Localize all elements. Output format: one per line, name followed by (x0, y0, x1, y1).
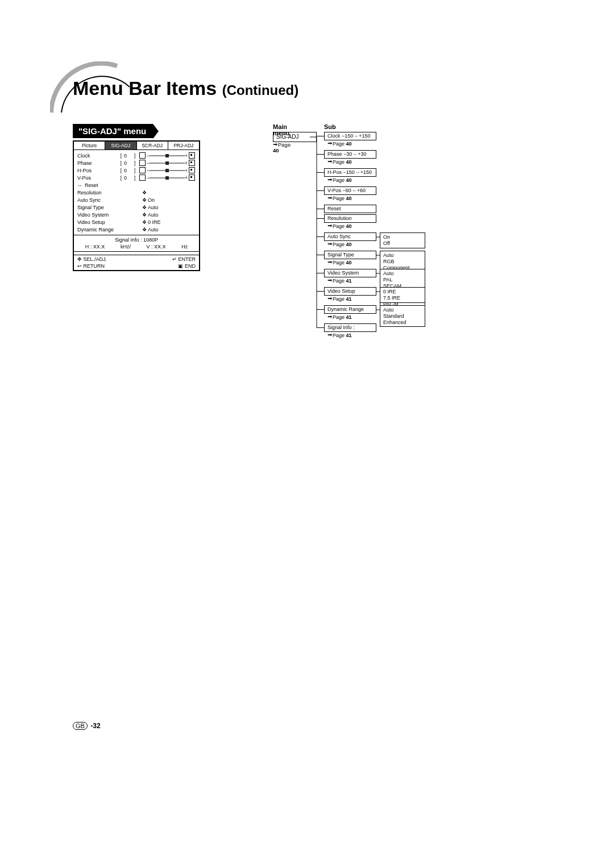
option-item: Enhanced (383, 319, 422, 326)
title-main: Menu Bar Items (73, 77, 217, 99)
page-ref: Page 40 (327, 142, 376, 147)
v-freq-unit: Hz (181, 244, 188, 250)
slider-minus-icon (138, 152, 147, 159)
end-label: END (185, 263, 196, 269)
diamond-icon (141, 190, 148, 196)
page-ref: Page 40 (327, 260, 376, 265)
range-max: +150 (359, 133, 370, 139)
option-item: Auto (383, 307, 422, 313)
slider-plus-icon (188, 175, 196, 181)
sub-menu-node: Dynamic Range (324, 305, 376, 314)
option-item: PAL (383, 277, 422, 283)
range: −30+30 (343, 152, 367, 157)
option-value: 0 IRE (148, 219, 196, 225)
range-min: −60 (343, 188, 351, 193)
osd-tab[interactable]: SIG-ADJ (105, 142, 136, 149)
slider-track[interactable] (150, 153, 184, 158)
page-number-ref: 41 (346, 296, 352, 302)
page-number-ref: 41 (346, 278, 352, 284)
sub-menu-node: H-Pos −150+150 (324, 168, 376, 177)
page-ref: Page 40 (327, 224, 376, 229)
sub-menu-node: Video Setup (324, 287, 376, 296)
range-min: −30 (343, 151, 352, 157)
slider-row: V-Pos[0]−+ (77, 174, 196, 181)
page-ref: Page 40 (327, 242, 376, 247)
options-box: AutoStandardEnhanced (380, 305, 425, 327)
slider-track[interactable] (150, 160, 184, 165)
return-label: RETURN (84, 263, 105, 269)
option-label: Resolution (77, 190, 141, 196)
sub-menu-node: Reset (324, 205, 376, 213)
range-max: +30 (358, 151, 366, 157)
osd-tab[interactable]: Picture (74, 142, 105, 149)
sub-menu-label: Clock (327, 133, 341, 139)
slider-value: 0 (124, 175, 132, 181)
page-number-ref: 40 (346, 242, 352, 247)
signal-info-label: Signal Info : 1080P (77, 237, 196, 243)
region-badge: GB (73, 722, 88, 730)
page-arrow-icon (327, 333, 333, 338)
page-ref: Page 40 (327, 160, 376, 165)
page-arrow-icon (327, 141, 333, 147)
range-max: +60 (357, 188, 366, 193)
sub-menu-node: Resolution (324, 214, 376, 223)
option-row: Resolution (77, 189, 196, 196)
page-number-ref: 40 (346, 196, 352, 201)
sub-menu-label: Signal Info : (327, 325, 355, 330)
slider-row: Phase[0]−+ (77, 159, 196, 167)
page-number-ref: 40 (346, 159, 352, 165)
slider-track[interactable] (150, 168, 184, 173)
page-number-ref: 40 (346, 260, 352, 265)
option-item: Auto (383, 271, 422, 277)
page-number-ref: 41 (346, 314, 352, 320)
sub-menu-label: Reset (327, 206, 341, 211)
slider-plus-icon (188, 152, 196, 159)
page-arrow-icon (327, 278, 333, 284)
option-value: On (148, 197, 196, 203)
range: −60+60 (343, 188, 366, 193)
option-value: Auto (148, 205, 196, 210)
osd-menu: PictureSIG-ADJSCR-ADJPRJ-ADJ Clock[0]−+P… (73, 140, 200, 271)
reset-label: Reset (85, 182, 98, 188)
main-menu-label: SIG-ADJ (276, 134, 298, 140)
options-col: OnOff (380, 232, 425, 248)
sub-menu-label: Phase (327, 151, 342, 157)
range-min: −150 (342, 133, 353, 139)
page-arrow-icon (327, 296, 333, 302)
slider-track[interactable] (150, 175, 184, 180)
page-ref: Page 41 (327, 315, 376, 320)
range: −150+150 (343, 170, 372, 175)
osd-tab[interactable]: SCR-ADJ (137, 142, 168, 149)
option-row: Video Setup 0 IRE (77, 218, 196, 226)
option-value: Auto (148, 227, 196, 232)
enter-icon (172, 256, 177, 262)
page-arrow-icon (327, 260, 333, 265)
diamond-icon (141, 227, 148, 232)
page-number-ref: 40 (346, 177, 352, 183)
sel-adj-icon (77, 256, 82, 262)
page-arrow-icon (327, 159, 333, 165)
sub-menu-label: Auto Sync (327, 234, 351, 239)
option-item: Standard (383, 313, 422, 319)
reset-row: Reset (77, 181, 196, 189)
sub-menu-label: Signal Type (327, 252, 354, 258)
return-icon (77, 263, 82, 269)
option-item: Auto (383, 252, 422, 259)
diamond-icon (141, 212, 148, 218)
slider-label: Clock (77, 153, 118, 159)
options-box: OnOff (380, 232, 425, 248)
option-item: Off (383, 240, 422, 247)
option-label: Auto Sync (77, 197, 141, 203)
option-row: Video System Auto (77, 211, 196, 218)
slider-label: Phase (77, 160, 118, 166)
page-number-ref: 40 (346, 141, 352, 147)
osd-tab[interactable]: PRJ-ADJ (168, 142, 199, 149)
reset-icon (77, 182, 82, 188)
option-label: Signal Type (77, 205, 141, 210)
enter-label: ENTER (178, 256, 196, 262)
option-label: Video System (77, 212, 141, 218)
option-row: Signal Type Auto (77, 203, 196, 211)
main-menu-page-ref: Page 40 (273, 142, 291, 153)
slider-value: 0 (124, 153, 132, 159)
option-item: 7.5 IRE (383, 295, 422, 301)
